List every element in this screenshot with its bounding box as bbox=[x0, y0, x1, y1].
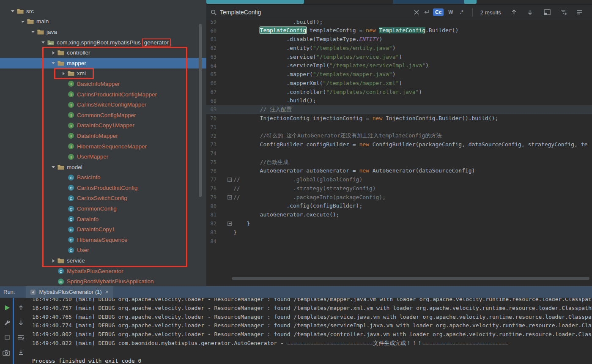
chevron-down-icon[interactable] bbox=[49, 58, 58, 68]
line-number[interactable]: 66 bbox=[206, 80, 217, 86]
code-line[interactable]: 64 .serviceImpl("/templates/serviceImpl.… bbox=[206, 61, 592, 70]
line-number[interactable]: 83 bbox=[206, 230, 217, 235]
tree-item-service[interactable]: service bbox=[0, 255, 206, 266]
code-line[interactable]: 70 InjectionConfig injectionConfig = new… bbox=[206, 114, 592, 123]
line-number[interactable]: 82 bbox=[206, 221, 217, 227]
code-line[interactable]: 61 .disable(TemplateType.ENTITY) bbox=[206, 35, 592, 44]
whole-words-toggle[interactable]: W bbox=[446, 8, 455, 16]
code-line[interactable]: 67 .controller("/templates/controller.ja… bbox=[206, 88, 592, 97]
code-area[interactable]: 59 .build();60 TemplateConfig templateCo… bbox=[206, 18, 592, 246]
close-tab-icon[interactable]: ✕ bbox=[105, 289, 109, 295]
code-line[interactable]: 66 .mapperXml("/templates/mapper.xml") bbox=[206, 79, 592, 88]
line-number[interactable]: 84 bbox=[206, 238, 217, 244]
code-line[interactable]: 74 bbox=[206, 149, 592, 158]
up-stack-trace-icon[interactable] bbox=[16, 303, 25, 312]
chevron-right-icon[interactable] bbox=[59, 68, 68, 79]
code-line[interactable]: 68 .build(); bbox=[206, 96, 592, 105]
tree-item-mybatisplusgenerator[interactable]: CMybatisPlusGenerator bbox=[0, 266, 206, 276]
tree-item-datainfocopy1mapper[interactable]: IDataInfoCopy1Mapper bbox=[0, 120, 206, 131]
regex-toggle[interactable]: .* bbox=[458, 8, 466, 16]
next-match-button[interactable] bbox=[526, 8, 534, 16]
line-number[interactable]: 61 bbox=[206, 36, 217, 42]
tree-scrollbar[interactable] bbox=[199, 24, 202, 197]
stop-button[interactable] bbox=[3, 333, 12, 342]
line-number[interactable]: 60 bbox=[206, 28, 217, 34]
tree-item-java[interactable]: java bbox=[0, 27, 206, 37]
line-number[interactable]: 69 bbox=[206, 107, 217, 112]
code-line[interactable]: 77// .global(globalConfig) bbox=[206, 175, 592, 184]
tree-item-src[interactable]: src bbox=[0, 6, 206, 16]
rerun-button[interactable] bbox=[3, 303, 12, 312]
tree-item-commonconfigmapper[interactable]: ICommonConfigMapper bbox=[0, 110, 206, 120]
filter-search-icon[interactable] bbox=[560, 8, 568, 16]
code-line[interactable]: 63 .service("/templates/service.java") bbox=[206, 53, 592, 62]
code-line[interactable]: 78// .strategy(strategyConfig) bbox=[206, 184, 592, 193]
tree-item-com-xing-springboot-mybatisplus[interactable]: com.xing.springBoot.mybatisPlusgenerator bbox=[0, 37, 206, 48]
tree-item-usermapper[interactable]: IUserMapper bbox=[0, 151, 206, 162]
tree-item-hibernatesequencemapper[interactable]: IHibernateSequenceMapper bbox=[0, 141, 206, 152]
chevron-down-icon[interactable] bbox=[19, 16, 27, 27]
tree-item-main[interactable]: main bbox=[0, 16, 206, 27]
code-line[interactable]: 79// .packageInfo(packageConfig); bbox=[206, 193, 592, 202]
newline-icon[interactable] bbox=[423, 8, 430, 16]
line-number[interactable]: 78 bbox=[206, 186, 217, 192]
fold-end-icon[interactable] bbox=[227, 222, 232, 226]
line-number[interactable]: 74 bbox=[206, 151, 217, 156]
scroll-to-end-icon[interactable] bbox=[16, 348, 25, 357]
tree-item-mapper[interactable]: mapper bbox=[0, 58, 206, 68]
line-number[interactable]: 81 bbox=[206, 212, 217, 218]
code-line[interactable]: 80 .config(configBuilder); bbox=[206, 202, 592, 211]
line-number[interactable]: 64 bbox=[206, 63, 217, 69]
line-number[interactable]: 62 bbox=[206, 45, 217, 51]
tree-item-carinsproductinitconfigmapper[interactable]: ICarInsProductInitConfigMapper bbox=[0, 89, 206, 100]
tree-item-basicinfomapper[interactable]: IBasicInfoMapper bbox=[0, 79, 206, 89]
fold-region-icon[interactable] bbox=[227, 178, 232, 182]
tree-item-springbootmybatisplusapplication[interactable]: CSpringBootMybatisPlusApplication bbox=[0, 276, 206, 286]
chevron-right-icon[interactable] bbox=[49, 47, 58, 58]
code-line[interactable]: 81 autoGenerator.execute(); bbox=[206, 211, 592, 219]
tree-item-xml[interactable]: xml bbox=[0, 68, 206, 79]
tree-item-controller[interactable]: controller bbox=[0, 47, 206, 58]
code-line[interactable]: 69 // 注入配置 bbox=[206, 105, 592, 114]
find-input[interactable] bbox=[220, 9, 410, 16]
line-number[interactable]: 65 bbox=[206, 71, 217, 77]
chevron-right-icon[interactable] bbox=[49, 255, 58, 266]
chevron-down-icon[interactable] bbox=[8, 6, 17, 16]
line-number[interactable]: 75 bbox=[206, 159, 217, 165]
chevron-down-icon[interactable] bbox=[39, 37, 47, 48]
open-in-find-window-icon[interactable] bbox=[543, 8, 551, 16]
down-stack-trace-icon[interactable] bbox=[16, 318, 25, 327]
line-number[interactable]: 71 bbox=[206, 124, 217, 130]
editor-horizontal-scrollbar[interactable] bbox=[232, 277, 589, 280]
code-line[interactable]: 60 TemplateConfig templateConfig = new T… bbox=[206, 26, 592, 35]
chevron-down-icon[interactable] bbox=[29, 27, 37, 37]
line-number[interactable]: 67 bbox=[206, 89, 217, 95]
tree-item-datainfo[interactable]: CDataInfo bbox=[0, 214, 206, 224]
tree-item-commonconfig[interactable]: CCommonConfig bbox=[0, 203, 206, 214]
tree-item-carinsswitchconfig[interactable]: CCarInsSwitchConfig bbox=[0, 193, 206, 204]
tree-item-hibernatesequence[interactable]: CHibernateSequence bbox=[0, 235, 206, 245]
line-number[interactable]: 72 bbox=[206, 133, 217, 139]
search-options-icon[interactable] bbox=[576, 8, 583, 16]
line-number[interactable]: 77 bbox=[206, 177, 217, 183]
code-line[interactable]: 65 .mapper("/templates/mapper.java") bbox=[206, 70, 592, 79]
line-number[interactable]: 80 bbox=[206, 203, 217, 209]
match-case-toggle[interactable]: Cc bbox=[433, 8, 444, 16]
line-number[interactable]: 70 bbox=[206, 115, 217, 121]
settings-wrench-icon[interactable] bbox=[3, 318, 12, 327]
code-line[interactable]: 72 //特么的 这个AutoGenerator还没有加上注入templateC… bbox=[206, 131, 592, 140]
code-line[interactable]: 73 ConfigBuilder configBuilder = new Con… bbox=[206, 140, 592, 149]
camera-icon[interactable] bbox=[2, 348, 11, 357]
tree-item-model[interactable]: model bbox=[0, 162, 206, 172]
line-number[interactable]: 73 bbox=[206, 142, 217, 148]
tree-item-carinsswitchconfigmapper[interactable]: ICarInsSwitchConfigMapper bbox=[0, 99, 206, 110]
clear-search-icon[interactable] bbox=[413, 8, 420, 16]
code-line[interactable]: 84 bbox=[206, 237, 592, 246]
code-line[interactable]: 75 //自动生成 bbox=[206, 158, 592, 167]
code-line[interactable]: 82 } bbox=[206, 219, 592, 228]
tree-item-datainfocopy1[interactable]: CDataInfoCopy1 bbox=[0, 224, 206, 235]
code-line[interactable]: 62 .entity("/templates/entity.java") bbox=[206, 44, 592, 53]
code-line[interactable]: 71 bbox=[206, 123, 592, 132]
code-line[interactable]: 76 AutoGenerator autoGenerator = new Aut… bbox=[206, 167, 592, 175]
tree-item-user[interactable]: CUser bbox=[0, 245, 206, 256]
